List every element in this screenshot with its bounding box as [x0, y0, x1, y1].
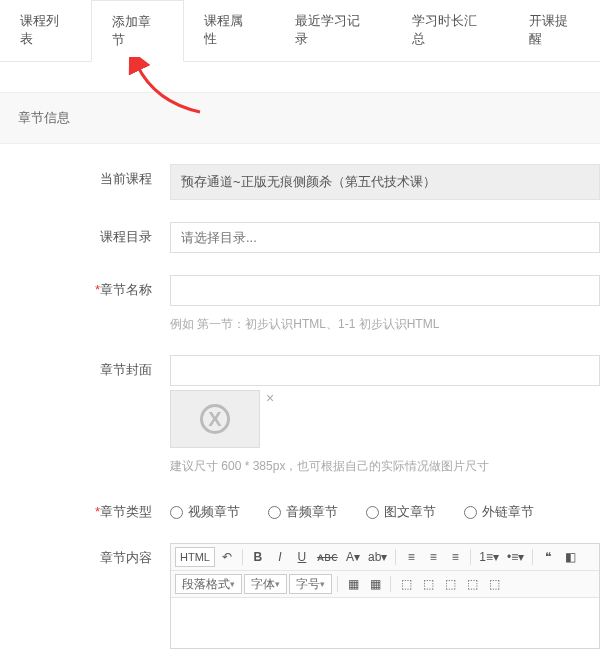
editor-html-button[interactable]: HTML [175, 547, 215, 567]
label-chapter-name-text: 章节名称 [100, 282, 152, 297]
label-chapter-type: *章节类型 [20, 497, 170, 521]
editor-quote-icon[interactable]: ❝ [538, 547, 558, 567]
placeholder-x-icon: X [200, 404, 230, 434]
editor-fontcolor-icon[interactable]: A▾ [343, 547, 363, 567]
label-course-dir: 课程目录 [20, 222, 170, 246]
editor-content-area[interactable] [171, 598, 599, 648]
section-header: 章节信息 [0, 92, 600, 144]
rich-text-editor: HTML ↶ B I U ᴀʙᴄ A▾ ab▾ ≡ ≡ ≡ 1≡▾ •≡▾ [170, 543, 600, 649]
editor-insert-row-before-icon[interactable]: ⬚ [396, 574, 416, 594]
editor-code-icon[interactable]: ◧ [560, 547, 580, 567]
editor-bold-icon[interactable]: B [248, 547, 268, 567]
editor-insert-col-after-icon[interactable]: ⬚ [484, 574, 504, 594]
editor-ol-icon[interactable]: 1≡▾ [476, 547, 502, 567]
label-chapter-name: *章节名称 [20, 275, 170, 299]
editor-align-center-icon[interactable]: ≡ [423, 547, 443, 567]
tab-recent-study[interactable]: 最近学习记录 [275, 0, 392, 61]
course-dir-input[interactable] [170, 222, 600, 253]
editor-align-right-icon[interactable]: ≡ [445, 547, 465, 567]
editor-table-icon[interactable]: ▦ [343, 574, 363, 594]
editor-undo-icon[interactable]: ↶ [217, 547, 237, 567]
editor-insert-row-after-icon[interactable]: ⬚ [418, 574, 438, 594]
editor-align-left-icon[interactable]: ≡ [401, 547, 421, 567]
editor-font-family-select[interactable]: 字体 [244, 574, 287, 594]
radio-external-chapter[interactable]: 外链章节 [464, 503, 534, 521]
radio-video-chapter[interactable]: 视频章节 [170, 503, 240, 521]
label-chapter-type-text: 章节类型 [100, 504, 152, 519]
current-course-value: 预存通道~正版无痕侧颜杀（第五代技术课） [170, 164, 600, 200]
editor-toolbar-row1: HTML ↶ B I U ᴀʙᴄ A▾ ab▾ ≡ ≡ ≡ 1≡▾ •≡▾ [171, 544, 599, 571]
editor-delete-row-icon[interactable]: ⬚ [440, 574, 460, 594]
editor-font-size-select[interactable]: 字号 [289, 574, 332, 594]
chapter-name-hint: 例如 第一节：初步认识HTML、1-1 初步认识HTML [170, 316, 600, 333]
label-current-course: 当前课程 [20, 164, 170, 188]
tab-course-props[interactable]: 课程属性 [184, 0, 275, 61]
editor-strike-icon[interactable]: ᴀʙᴄ [314, 547, 341, 567]
editor-ul-icon[interactable]: •≡▾ [504, 547, 527, 567]
editor-italic-icon[interactable]: I [270, 547, 290, 567]
tab-bar: 课程列表 添加章节 课程属性 最近学习记录 学习时长汇总 开课提醒 [0, 0, 600, 62]
editor-insert-col-before-icon[interactable]: ⬚ [462, 574, 482, 594]
editor-para-format-select[interactable]: 段落格式 [175, 574, 242, 594]
cover-remove-icon[interactable]: × [266, 390, 274, 406]
tab-course-list[interactable]: 课程列表 [0, 0, 91, 61]
editor-underline-icon[interactable]: U [292, 547, 312, 567]
tab-open-reminder[interactable]: 开课提醒 [509, 0, 600, 61]
radio-audio-chapter[interactable]: 音频章节 [268, 503, 338, 521]
radio-imagetext-chapter[interactable]: 图文章节 [366, 503, 436, 521]
chapter-name-input[interactable] [170, 275, 600, 306]
form-area: 当前课程 预存通道~正版无痕侧颜杀（第五代技术课） 课程目录 *章节名称 例如 … [0, 144, 600, 672]
editor-table-delete-icon[interactable]: ▦ [365, 574, 385, 594]
editor-toolbar-row2: 段落格式 字体 字号 ▦ ▦ ⬚ ⬚ ⬚ ⬚ ⬚ [171, 571, 599, 598]
cover-thumbnail[interactable]: X [170, 390, 260, 448]
editor-backcolor-icon[interactable]: ab▾ [365, 547, 390, 567]
tab-study-duration[interactable]: 学习时长汇总 [392, 0, 509, 61]
label-chapter-content: 章节内容 [20, 543, 170, 567]
tab-add-chapter[interactable]: 添加章节 [91, 0, 184, 62]
cover-hint: 建议尺寸 600 * 385px，也可根据自己的实际情况做图片尺寸 [170, 458, 600, 475]
label-chapter-cover: 章节封面 [20, 355, 170, 379]
chapter-cover-input[interactable] [170, 355, 600, 386]
